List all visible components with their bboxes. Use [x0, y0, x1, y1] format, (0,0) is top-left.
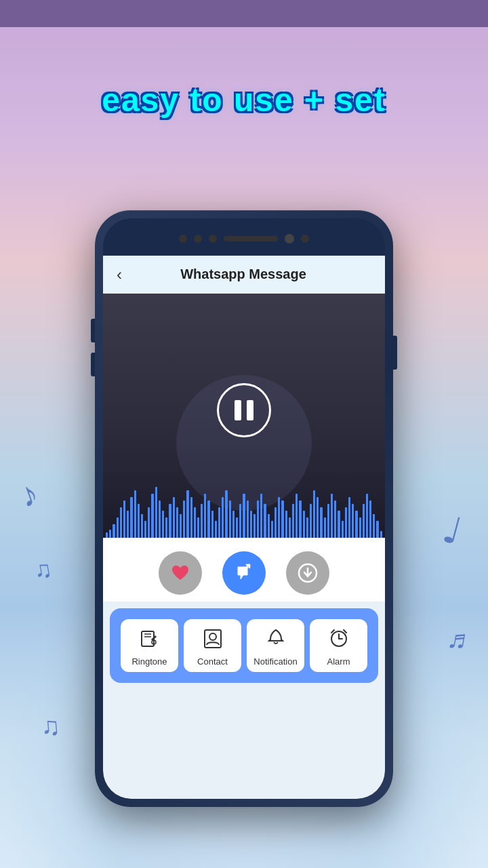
wave-bar-59 [313, 490, 315, 538]
speaker-grille [224, 236, 278, 241]
wave-bar-39 [243, 494, 245, 538]
back-button[interactable]: ‹ [117, 265, 122, 284]
wave-bar-32 [218, 507, 220, 538]
wave-bar-13 [151, 494, 153, 538]
wave-bar-38 [239, 504, 241, 538]
wave-bar-71 [355, 511, 357, 538]
download-button[interactable] [286, 551, 329, 595]
set-icon [232, 561, 256, 585]
power-button [393, 336, 397, 370]
heart-icon [170, 563, 190, 583]
phone-screen: ‹ Whatsapp Message [103, 256, 385, 799]
wave-bar-2 [113, 524, 115, 538]
wave-bar-68 [345, 507, 347, 538]
wave-bar-23 [186, 490, 188, 538]
wave-bar-18 [169, 504, 171, 538]
wave-bar-52 [289, 517, 291, 538]
option-ringtone[interactable]: Ringtone [121, 619, 178, 672]
notification-icon [265, 627, 287, 652]
wave-bar-11 [144, 521, 146, 538]
wave-bar-40 [247, 500, 249, 538]
camera-dot-left [179, 235, 187, 243]
wave-bar-14 [155, 487, 157, 538]
wave-bar-34 [225, 490, 227, 538]
wave-bar-48 [274, 507, 277, 538]
sensor-dot [301, 235, 309, 243]
wave-bar-41 [250, 511, 252, 538]
option-contact[interactable]: Contact [184, 619, 241, 672]
wave-bar-29 [207, 500, 209, 538]
wave-bar-8 [134, 490, 136, 538]
set-ringtone-button[interactable] [222, 551, 266, 595]
wave-bar-53 [292, 504, 294, 538]
wave-bar-37 [236, 517, 238, 538]
wave-bar-16 [162, 511, 164, 538]
wave-bar-10 [141, 514, 143, 538]
app-header: ‹ Whatsapp Message [103, 256, 385, 294]
pause-bar-left [235, 400, 241, 420]
music-note-icon-5: ♫ [39, 711, 61, 742]
option-notification[interactable]: Notification [247, 619, 304, 672]
wave-bar-42 [253, 514, 256, 538]
wave-bar-70 [352, 504, 354, 538]
wave-bar-50 [281, 500, 283, 538]
wave-bar-21 [180, 514, 182, 538]
wave-bar-60 [317, 497, 319, 538]
ringtone-icon [139, 627, 161, 652]
wave-bar-27 [201, 504, 203, 538]
wave-bar-0 [106, 532, 108, 538]
wave-bar-56 [303, 511, 305, 538]
wave-bar-66 [338, 511, 340, 538]
wave-bar-61 [320, 507, 322, 538]
wave-bar-55 [299, 500, 301, 538]
wave-bar-3 [117, 517, 119, 538]
svg-rect-6 [205, 630, 221, 648]
phone-top-camera-bar [103, 225, 385, 252]
wave-bar-75 [369, 500, 371, 538]
wave-bar-25 [194, 507, 196, 538]
audio-waveform [103, 484, 385, 538]
wave-bar-30 [211, 511, 214, 538]
wave-bar-5 [123, 500, 125, 538]
alarm-icon [328, 627, 350, 652]
wave-bar-19 [173, 497, 175, 538]
wave-bar-31 [215, 521, 217, 538]
svg-line-13 [344, 630, 346, 633]
wave-bar-74 [366, 494, 368, 538]
wave-bar-78 [380, 531, 382, 538]
pause-button[interactable] [217, 383, 271, 437]
wave-bar-24 [190, 497, 192, 538]
camera-dot-mid2 [209, 235, 217, 243]
pause-icon [235, 400, 253, 420]
wave-bar-9 [138, 504, 140, 538]
download-icon [298, 563, 318, 583]
wave-bar-47 [271, 521, 273, 538]
set-options-panel: RingtoneContactNotificationAlarm [110, 608, 378, 683]
phone-inner-frame: ‹ Whatsapp Message [103, 218, 385, 799]
favorite-button[interactable] [159, 551, 202, 595]
wave-bar-1 [109, 530, 111, 538]
svg-point-7 [209, 633, 216, 640]
contact-icon [202, 627, 224, 652]
options-grid: RingtoneContactNotificationAlarm [121, 619, 367, 672]
wave-bar-6 [127, 511, 129, 538]
front-camera [285, 234, 294, 243]
player-controls [103, 538, 385, 601]
wave-bar-36 [232, 511, 235, 538]
wave-bar-33 [222, 497, 224, 538]
wave-bar-12 [148, 507, 150, 538]
wave-bar-72 [359, 517, 361, 538]
pause-bar-right [247, 400, 253, 420]
wave-bar-76 [373, 514, 375, 538]
tagline: easy to use + set [0, 81, 488, 119]
wave-bar-54 [296, 494, 298, 538]
ringtone-label: Ringtone [131, 656, 167, 667]
camera-dot-mid [194, 235, 202, 243]
wave-bar-20 [176, 507, 178, 538]
option-alarm[interactable]: Alarm [310, 619, 367, 672]
wave-bar-26 [197, 517, 199, 538]
wave-bar-63 [327, 504, 329, 538]
wave-bar-57 [306, 517, 308, 538]
wave-bar-7 [130, 497, 132, 538]
volume-down-button [91, 353, 95, 376]
